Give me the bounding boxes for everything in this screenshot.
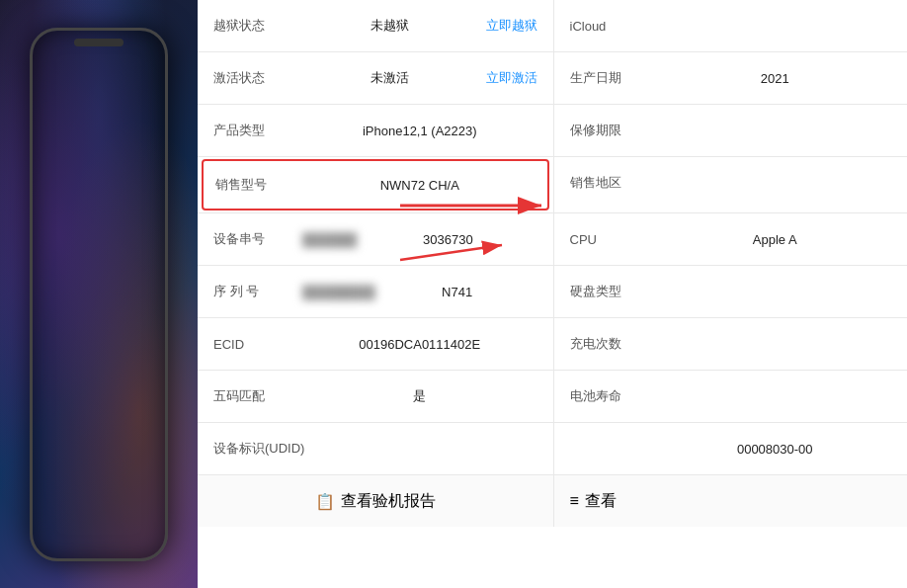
label-storage: 硬盘类型 [570,283,659,300]
label-icloud: iCloud [570,19,659,34]
report-btn-label: 查看验机报告 [341,491,436,512]
value-sequence-blurred: ████████ [302,285,375,299]
label-jailbreak: 越狱状态 [213,17,302,35]
phone-panel [0,0,198,588]
more-btn-label: 查看 [585,491,617,512]
table-row: ECID 00196DCA0111402E 充电次数 [198,318,907,371]
value-serial-suffix: 3036730 [359,232,536,247]
table-row: 序 列 号 ████████ N741 硬盘类型 [198,266,907,318]
phone-frame [30,28,168,561]
value-udid-right: 00008030-00 [659,442,892,457]
link-activation[interactable]: 立即激活 [486,69,537,87]
value-sequence-suffix: N741 [377,285,537,299]
value-manufacture-date: 2021 [659,71,892,86]
table-row: 产品类型 iPhone12,1 (A2223) 保修期限 [198,105,907,157]
label-charge-count: 充电次数 [570,335,659,353]
view-more-btn[interactable]: ≡ 查看 [554,475,908,527]
label-sales-model: 销售型号 [215,176,304,194]
value-ecid: 00196DCA0111402E [302,337,537,352]
table-row: 激活状态 未激活 立即激活 生产日期 2021 [198,52,907,105]
label-five-code: 五码匹配 [213,387,302,405]
label-sequence: 序 列 号 [213,283,302,300]
label-ecid: ECID [213,337,302,352]
view-report-btn[interactable]: 📋 查看验机报告 [198,475,553,527]
label-sales-region: 销售地区 [570,174,659,192]
value-product-type: iPhone12,1 (A2223) [302,124,537,138]
info-table: 越狱状态 未越狱 立即越狱 iCloud [198,0,907,527]
value-sales-model: NWN72 CH/A [304,178,536,193]
label-activation: 激活状态 [213,69,302,87]
bottom-bar-row: 📋 查看验机报告 ≡ 查看 [198,475,907,528]
table-row: 五码匹配 是 电池寿命 [198,371,907,423]
label-manufacture-date: 生产日期 [570,69,659,87]
table-row-sales-model: 销售型号 NWN72 CH/A 销售地区 [198,157,907,213]
more-icon: ≡ [570,492,579,510]
info-panel: 越狱状态 未越狱 立即越狱 iCloud [198,0,907,588]
table-row: 设备串号 ██████ 3036730 CPU Apple A [198,213,907,266]
table-row: 设备标识(UDID) 00008030-00 [198,423,907,475]
label-serial: 设备串号 [213,230,302,248]
label-udid: 设备标识(UDID) [213,440,342,458]
value-five-code: 是 [302,387,537,405]
value-serial-blurred: ██████ [302,232,357,247]
value-jailbreak: 未越狱 [302,17,478,35]
label-warranty: 保修期限 [570,122,659,139]
table-row: 越狱状态 未越狱 立即越狱 iCloud [198,0,907,52]
value-activation: 未激活 [302,69,478,87]
value-cpu: Apple A [659,232,892,247]
label-product-type: 产品类型 [213,122,302,139]
report-icon: 📋 [315,492,335,511]
label-battery-life: 电池寿命 [570,387,659,405]
label-cpu: CPU [570,232,659,247]
link-jailbreak[interactable]: 立即越狱 [486,17,537,35]
